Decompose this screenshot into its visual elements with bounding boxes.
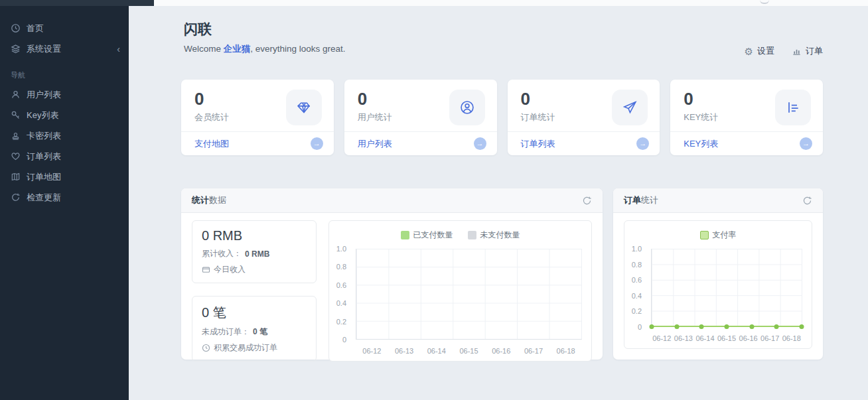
x-tick: 06-15 [716, 334, 738, 342]
stat-label: KEY统计 [684, 111, 718, 123]
orders-caption: 积累交易成功订单 [214, 342, 277, 354]
pay-rate-chart: 支付率 1.0 0.8 0.6 0.4 0.2 0 [624, 220, 812, 349]
stat-label: 订单统计 [521, 111, 555, 123]
page-header: 闪联 Welcome 企业猫, everything looks great. … [181, 20, 823, 55]
sidebar-item-order-map[interactable]: 订单地图 [0, 167, 129, 187]
clock-icon [202, 344, 210, 352]
card-footer-link[interactable]: 用户列表 [358, 138, 392, 150]
topbar-partial-icon [760, 0, 769, 4]
user-icon [11, 90, 21, 100]
stamp-icon [11, 131, 21, 141]
chart-plot-area [651, 249, 802, 327]
sidebar: 首页 系统设置 ‹ 导航 用户列表 Key列表 卡密列表 订单列表 [0, 6, 129, 400]
main-content: 闪联 Welcome 企业猫, everything looks great. … [129, 6, 868, 400]
legend-swatch-green-outline [700, 231, 709, 239]
panel-title: 统计数据 [192, 194, 226, 206]
x-tick: 06-13 [388, 347, 421, 355]
stats-panel: 统计数据 0 RMB 累计收入：0 RMB [181, 188, 603, 360]
sidebar-item-card-secret-list[interactable]: 卡密列表 [0, 125, 129, 146]
settings-button[interactable]: ⚙ 设置 [745, 45, 774, 57]
x-axis-labels: 06-12 06-13 06-14 06-15 06-16 06-17 06-1… [356, 347, 582, 355]
brand-area [0, 0, 154, 6]
stat-label: 用户统计 [358, 111, 392, 123]
stat-value: 0 [194, 90, 229, 109]
settings-button-label: 设置 [757, 45, 774, 57]
x-tick: 06-18 [549, 347, 582, 355]
sidebar-item-user-list[interactable]: 用户列表 [0, 84, 129, 105]
data-point [749, 324, 754, 329]
y-axis-labels: 1.0 0.8 0.6 0.4 0.2 0 [329, 249, 352, 340]
sidebar-item-label: 订单列表 [27, 151, 61, 163]
stat-value: 0 [521, 90, 555, 109]
x-tick: 06-17 [759, 334, 781, 342]
data-point [774, 324, 779, 329]
sidebar-item-home[interactable]: 首页 [0, 18, 129, 38]
data-point [800, 324, 804, 329]
income-line-value: 0 RMB [245, 249, 269, 259]
y-tick: 0.4 [336, 299, 346, 307]
stat-value: 0 [358, 90, 392, 109]
income-value: 0 RMB [202, 228, 307, 243]
y-tick: 0.4 [632, 292, 642, 300]
user-circle-icon [449, 90, 485, 125]
y-tick: 0.6 [632, 276, 642, 284]
welcome-user-link[interactable]: 企业猫 [224, 44, 251, 54]
sidebar-item-order-list[interactable]: 订单列表 [0, 146, 129, 167]
sidebar-section-label: 导航 [0, 70, 129, 80]
card-footer-link[interactable]: 支付地图 [194, 138, 229, 150]
legend-label: 支付率 [713, 230, 737, 241]
y-tick: 0.8 [632, 261, 642, 269]
orders-button-label: 订单 [806, 45, 823, 57]
welcome-suffix: , everything looks great. [250, 44, 345, 54]
orders-value: 0 笔 [202, 304, 307, 322]
arrow-circle-icon[interactable]: → [311, 137, 323, 150]
x-tick: 06-12 [651, 334, 673, 342]
orders-button[interactable]: 订单 [792, 45, 823, 57]
y-tick: 1.0 [632, 245, 642, 253]
y-tick: 0 [638, 323, 642, 331]
legend-item-unpaid: 未支付数量 [468, 230, 520, 241]
sidebar-item-system-settings[interactable]: 系统设置 ‹ [0, 38, 129, 59]
bar-chart-icon [775, 90, 811, 125]
sidebar-item-check-update[interactable]: 检查更新 [0, 187, 129, 208]
orders-line-value: 0 笔 [253, 326, 267, 338]
arrow-circle-icon[interactable]: → [474, 137, 486, 150]
data-point [674, 324, 679, 329]
panel-title-rest: 数据 [209, 195, 226, 205]
key-icon [11, 110, 21, 120]
legend-item-pay-rate: 支付率 [700, 230, 737, 241]
chart-icon [792, 46, 802, 56]
arrow-circle-icon[interactable]: → [800, 137, 812, 150]
gem-icon [286, 90, 322, 125]
income-line-label: 累计收入： [202, 248, 242, 259]
refresh-icon [11, 192, 21, 202]
refresh-icon[interactable] [802, 196, 812, 206]
sidebar-item-label: Key列表 [27, 109, 58, 121]
welcome-prefix: Welcome [184, 44, 224, 54]
chevron-left-icon: ‹ [117, 44, 120, 54]
stat-label: 会员统计 [194, 111, 229, 123]
panel-title-bold: 订单 [624, 195, 641, 205]
chart-plot-area [356, 249, 582, 340]
gear-icon: ⚙ [745, 46, 753, 56]
y-tick: 1.0 [336, 245, 346, 253]
stat-value: 0 [684, 90, 718, 109]
data-point [650, 324, 654, 329]
x-tick: 06-14 [420, 347, 453, 355]
panel-title-bold: 统计 [192, 195, 209, 205]
card-footer-link[interactable]: KEY列表 [684, 138, 718, 150]
stat-card-members: 0 会员统计 支付地图 → [181, 80, 334, 155]
arrow-circle-icon[interactable]: → [636, 137, 649, 150]
stat-card-users: 0 用户统计 用户列表 → [344, 80, 497, 155]
refresh-icon[interactable] [582, 196, 592, 206]
order-stats-panel: 订单统计 支付率 1.0 0.8 0.6 0.4 [613, 188, 823, 360]
paid-unpaid-chart: 已支付数量 未支付数量 1.0 0.8 0.6 0.4 0.2 0 [328, 220, 592, 362]
welcome-message: Welcome 企业猫, everything looks great. [184, 43, 823, 55]
x-tick: 06-14 [694, 334, 716, 342]
sidebar-item-label: 订单地图 [27, 171, 61, 183]
y-tick: 0.8 [336, 263, 346, 271]
card-footer-link[interactable]: 订单列表 [521, 138, 555, 150]
sidebar-item-key-list[interactable]: Key列表 [0, 105, 129, 125]
top-navbar [0, 0, 868, 6]
x-tick: 06-15 [453, 347, 485, 355]
